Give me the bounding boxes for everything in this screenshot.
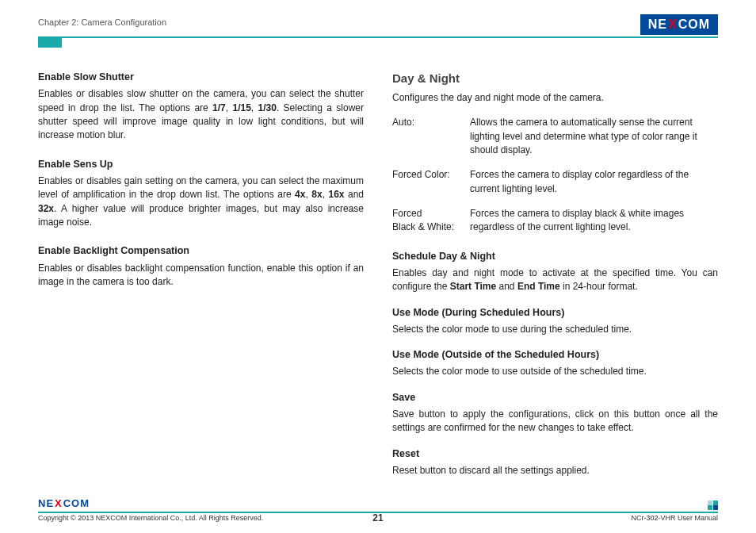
term-forced-color: Forced Color: xyxy=(392,168,464,196)
page-footer: NEXCOM Copyright © 2013 NEXCOM Internati… xyxy=(38,512,718,522)
header-accent-tab xyxy=(38,38,62,48)
footer-decoration xyxy=(708,500,718,510)
footer-logo: NEXCOM xyxy=(38,497,90,509)
chapter-title: Chapter 2: Camera Configuration xyxy=(38,14,166,27)
term-forced-bw: Forced Black & White: xyxy=(392,207,464,235)
para-backlight: Enables or disables backlight compensati… xyxy=(38,262,364,290)
para-use-mode-outside: Selects the color mode to use outside of… xyxy=(392,365,718,378)
nexcom-logo: NEXCOM xyxy=(640,14,718,35)
para-use-mode-during: Selects the color mode to use during the… xyxy=(392,323,718,336)
content-area: Enable Slow Shutter Enables or disables … xyxy=(38,70,718,489)
manual-name: NCr-302-VHR User Manual xyxy=(631,514,718,522)
copyright-text: Copyright © 2013 NEXCOM International Co… xyxy=(38,514,263,522)
desc-forced-color: Forces the camera to display color regar… xyxy=(470,168,718,196)
heading-reset: Reset xyxy=(392,447,718,461)
para-sens-up: Enables or disables gain setting on the … xyxy=(38,174,364,230)
heading-use-mode-outside: Use Mode (Outside of the Scheduled Hours… xyxy=(392,347,718,362)
page-number: 21 xyxy=(372,512,383,523)
right-column: Day & Night Configures the day and night… xyxy=(392,70,718,489)
heading-use-mode-during: Use Mode (During Scheduled Hours) xyxy=(392,305,718,320)
para-schedule: Enables day and night mode to activate a… xyxy=(392,266,718,294)
page-header: Chapter 2: Camera Configuration NEXCOM xyxy=(38,14,718,38)
desc-forced-bw: Forces the camera to display black & whi… xyxy=(470,207,718,235)
heading-day-night: Day & Night xyxy=(392,70,718,87)
term-auto: Auto: xyxy=(392,116,464,157)
definition-table: Auto: Allows the camera to automatically… xyxy=(392,116,718,235)
heading-backlight: Enable Backlight Compensation xyxy=(38,243,364,258)
heading-slow-shutter: Enable Slow Shutter xyxy=(38,70,364,84)
para-save: Save button to apply the configurations,… xyxy=(392,408,718,435)
heading-sens-up: Enable Sens Up xyxy=(38,157,364,171)
para-reset: Reset button to discard all the settings… xyxy=(392,464,718,477)
desc-auto: Allows the camera to automatically sense… xyxy=(470,116,718,157)
para-day-night-intro: Configures the day and night mode of the… xyxy=(392,91,718,105)
heading-schedule: Schedule Day & Night xyxy=(392,249,718,263)
left-column: Enable Slow Shutter Enables or disables … xyxy=(38,70,364,489)
para-slow-shutter: Enables or disables slow shutter on the … xyxy=(38,87,364,143)
heading-save: Save xyxy=(392,390,718,405)
